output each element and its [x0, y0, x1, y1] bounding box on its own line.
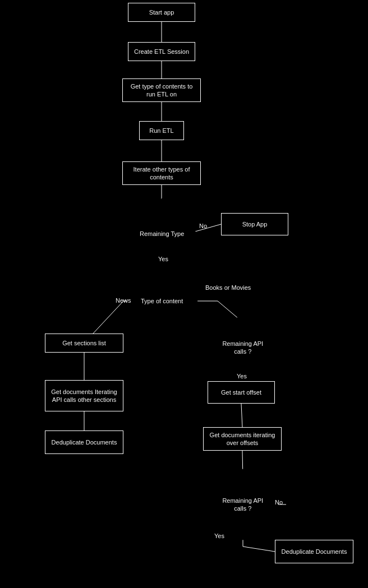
create-etl-box: Create ETL Session	[128, 42, 195, 61]
no-label-1: No	[199, 223, 207, 229]
start-app-box: Start app	[128, 3, 195, 22]
get-docs-iterating-box: Get documents Iterating API calls other …	[45, 380, 123, 411]
stop-app-box: Stop App	[221, 213, 288, 235]
yes-label-3: Yes	[214, 533, 224, 539]
get-start-offset-box: Get start offset	[208, 381, 275, 404]
get-sections-box: Get sections list	[45, 334, 123, 353]
remaining-api-calls-2-diamond: Remaining API calls ?	[207, 469, 278, 540]
type-of-content-diamond: Type of content	[126, 265, 197, 336]
iterate-other-box: Iterate other types of contents	[122, 161, 201, 185]
svg-line-17	[243, 547, 275, 552]
get-type-box: Get type of contents to run ETL on	[122, 78, 201, 102]
yes-label-2: Yes	[237, 373, 247, 379]
deduplicate-2-box: Deduplicate Documents	[275, 540, 353, 563]
get-docs-offsets-box: Get documents iterating over offsets	[203, 427, 282, 451]
no-label-2: No	[275, 499, 283, 506]
news-label: News	[116, 297, 131, 304]
books-movies-label: Books or Movies	[205, 284, 251, 291]
yes-label-1: Yes	[158, 256, 168, 262]
run-etl-box: Run ETL	[139, 121, 184, 140]
svg-line-14	[241, 404, 242, 427]
flowchart: Start app Create ETL Session Get type of…	[0, 0, 368, 588]
deduplicate-1-box: Deduplicate Documents	[45, 430, 123, 454]
